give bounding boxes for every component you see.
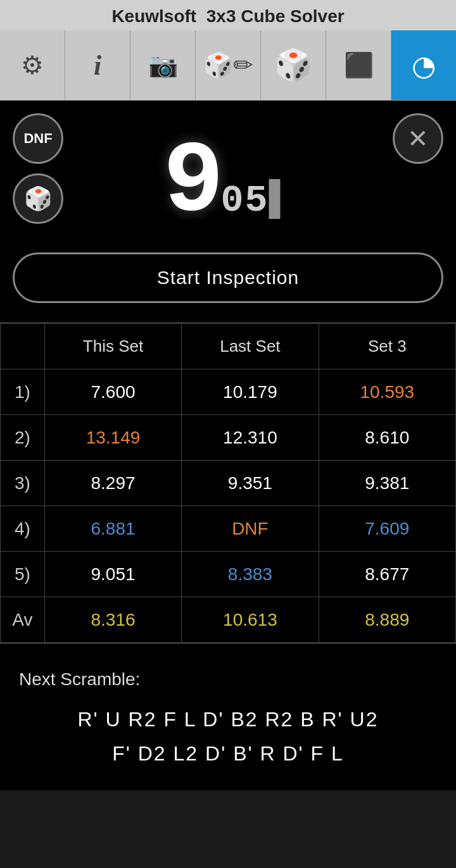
close-button[interactable]: ✕: [393, 113, 443, 164]
brand-name: Keuwlsoft: [111, 6, 196, 26]
settings-icon: ⚙: [21, 51, 44, 80]
row-index: 3): [1, 461, 45, 506]
cell-this-set[interactable]: 6.881: [44, 506, 181, 552]
cube-button-icon: 🎲: [24, 185, 53, 212]
app-title: Keuwlsoft 3x3 Cube Solver: [0, 6, 456, 27]
cell-set3[interactable]: 8.610: [319, 415, 455, 461]
timer-big-digit: 9: [163, 132, 220, 233]
cube-button[interactable]: 🎲: [13, 173, 63, 224]
col-header-this-set: This Set: [44, 324, 181, 369]
timer-display: 9 05▌: [163, 132, 293, 233]
toolbar: ⚙ i 📷 🎲✏ 🎲 ⬛ ◔: [0, 30, 456, 101]
cube-small-icon: ⬛: [344, 51, 374, 79]
cell-last-set[interactable]: 8.383: [182, 552, 319, 597]
camera-icon: 📷: [148, 51, 178, 79]
tab-timer[interactable]: ◔: [391, 30, 456, 100]
timer-section: DNF 🎲 ✕ 9 05▌ Start Inspection: [0, 101, 456, 322]
stats-table: This Set Last Set Set 3 1)7.60010.17910.…: [0, 323, 456, 643]
cell-set3[interactable]: 8.677: [319, 552, 455, 597]
timer-icon: ◔: [412, 49, 436, 82]
stats-section: This Set Last Set Set 3 1)7.60010.17910.…: [0, 322, 456, 644]
info-icon: i: [94, 49, 101, 82]
close-icon: ✕: [407, 124, 429, 153]
row-index: 2): [1, 415, 45, 461]
cell-this-set[interactable]: 8.316: [44, 597, 181, 643]
row-index: 5): [1, 552, 45, 597]
cell-last-set[interactable]: 12.310: [182, 415, 319, 461]
header: Keuwlsoft 3x3 Cube Solver: [0, 0, 456, 30]
cell-last-set[interactable]: 10.179: [182, 369, 319, 415]
table-row: 2)13.14912.3108.610: [1, 415, 456, 461]
row-index: 4): [1, 506, 45, 552]
scramble-text: R' U R2 F L D' B2 R2 B R' U2 F' D2 L2 D'…: [19, 702, 437, 771]
table-row: 3)8.2979.3519.381: [1, 461, 456, 506]
app-name: 3x3 Cube Solver: [206, 6, 345, 26]
table-row: 5)9.0518.3838.677: [1, 552, 456, 597]
scramble-line1: R' U R2 F L D' B2 R2 B R' U2: [19, 702, 437, 736]
scramble-section: Next Scramble: R' U R2 F L D' B2 R2 B R'…: [0, 644, 456, 790]
tab-edit[interactable]: 🎲✏: [196, 30, 261, 100]
row-index: 1): [1, 369, 45, 415]
cell-set3[interactable]: 10.593: [319, 369, 455, 415]
cell-last-set[interactable]: 10.613: [182, 597, 319, 643]
tab-camera[interactable]: 📷: [130, 30, 196, 100]
cell-set3[interactable]: 9.381: [319, 461, 455, 506]
cell-set3[interactable]: 7.609: [319, 506, 455, 552]
tab-info[interactable]: i: [65, 30, 130, 100]
timer-small-digits: 05▌: [220, 179, 293, 222]
table-row: 4)6.881DNF7.609: [1, 506, 456, 552]
tab-cube-small[interactable]: ⬛: [326, 30, 391, 100]
start-inspection-button[interactable]: Start Inspection: [13, 252, 443, 303]
cube3d-icon: 🎲: [274, 47, 312, 83]
cell-this-set[interactable]: 13.149: [44, 415, 181, 461]
cell-this-set[interactable]: 9.051: [44, 552, 181, 597]
cell-set3[interactable]: 8.889: [319, 597, 455, 643]
cell-this-set[interactable]: 7.600: [44, 369, 181, 415]
col-header-set3: Set 3: [319, 324, 455, 369]
col-header-last-set: Last Set: [182, 324, 319, 369]
cell-last-set[interactable]: DNF: [182, 506, 319, 552]
col-header-index: [1, 324, 45, 369]
scramble-line2: F' D2 L2 D' B' R D' F L: [19, 736, 437, 771]
tab-cube3d[interactable]: 🎲: [261, 30, 326, 100]
table-row: 1)7.60010.17910.593: [1, 369, 456, 415]
table-row: Av8.31610.6138.889: [1, 597, 456, 643]
scramble-label: Next Scramble:: [19, 669, 437, 690]
tab-settings[interactable]: ⚙: [0, 30, 65, 100]
cell-this-set[interactable]: 8.297: [44, 461, 181, 506]
cell-last-set[interactable]: 9.351: [182, 461, 319, 506]
row-index: Av: [1, 597, 45, 643]
dnf-button[interactable]: DNF: [13, 113, 63, 164]
edit-icon: 🎲✏: [203, 51, 253, 79]
